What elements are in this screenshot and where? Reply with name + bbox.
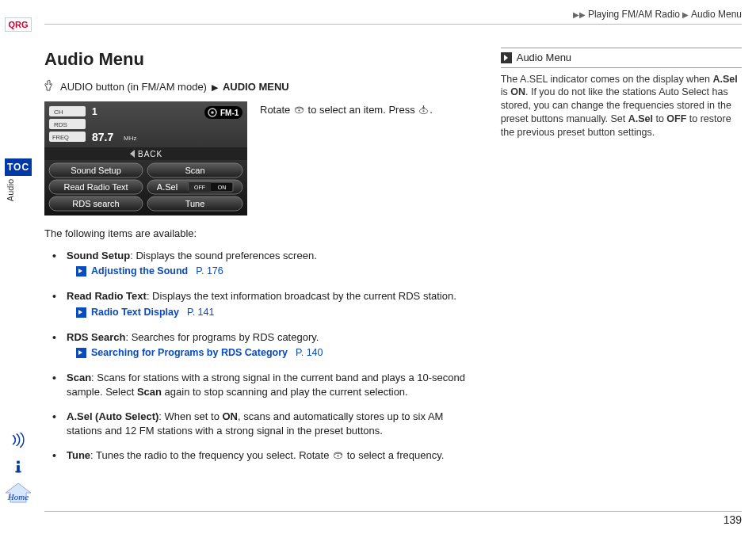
svg-text:A.Sel: A.Sel xyxy=(157,182,178,192)
nav-path-b: AUDIO MENU xyxy=(223,80,289,94)
svg-text:MHz: MHz xyxy=(124,135,136,142)
page-number: 139 xyxy=(724,513,742,528)
xref-icon xyxy=(76,307,86,318)
svg-text:ON: ON xyxy=(218,185,227,190)
list-item: Read Radio Text: Displays the text infor… xyxy=(57,289,479,318)
nav-path-a: AUDIO button (in FM/AM mode) xyxy=(60,80,207,94)
svg-point-37 xyxy=(298,110,300,112)
svg-text:Read Radio Text: Read Radio Text xyxy=(63,182,128,192)
intro-text: The following items are available: xyxy=(44,227,479,241)
svg-point-15 xyxy=(211,111,214,114)
svg-text:Sound Setup: Sound Setup xyxy=(71,166,121,175)
footer-rule xyxy=(44,511,742,512)
svg-text:BACK: BACK xyxy=(138,150,162,158)
side-column: Audio Menu The A.SEL indicator comes on … xyxy=(501,48,742,486)
svg-point-44 xyxy=(337,456,338,457)
rotate-dial-icon xyxy=(293,105,305,119)
push-dial-icon xyxy=(418,105,430,119)
svg-text:OFF: OFF xyxy=(194,185,205,190)
figure-caption: Rotate to select an item. Press . xyxy=(260,101,479,216)
list-item: Scan: Scans for stations with a strong s… xyxy=(57,371,479,399)
section-label: Audio xyxy=(5,179,32,201)
breadcrumb-b: Audio Menu xyxy=(691,9,742,20)
xref-link[interactable]: Adjusting the SoundP. 176 xyxy=(76,265,479,278)
sidebar-body: The A.SEL indicator comes on the display… xyxy=(501,73,742,139)
main-column: Audio Menu AUDIO button (in FM/AM mode) … xyxy=(44,48,479,486)
breadcrumb: ▶▶ Playing FM/AM Radio ▶ Audio Menu xyxy=(44,8,742,25)
triangle-icon: ▶▶ xyxy=(573,10,586,19)
svg-text:FREQ: FREQ xyxy=(52,134,69,141)
svg-text:87.7: 87.7 xyxy=(92,131,113,143)
settings-icon[interactable] xyxy=(5,431,32,452)
xref-link[interactable]: Searching for Programs by RDS CategoryP.… xyxy=(76,346,479,360)
svg-text:RDS: RDS xyxy=(54,121,67,128)
list-item: RDS Search: Searches for programs by RDS… xyxy=(57,330,479,360)
xref-icon xyxy=(76,266,86,277)
home-button[interactable]: Home xyxy=(2,482,35,505)
sidebar-heading: Audio Menu xyxy=(501,48,742,68)
display-screenshot: CH 1 RDS FREQ 87.7 MHz FM-1 xyxy=(44,101,247,216)
svg-text:1: 1 xyxy=(92,106,97,117)
item-list: Sound Setup: Displays the sound preferen… xyxy=(44,249,479,464)
rotate-dial-icon xyxy=(332,450,344,464)
nav-path: AUDIO button (in FM/AM mode) ▶ AUDIO MEN… xyxy=(44,79,479,96)
svg-text:Scan: Scan xyxy=(185,166,204,175)
list-item: A.Sel (Auto Select): When set to ON, sca… xyxy=(57,410,479,437)
xref-icon xyxy=(76,348,86,358)
page-title: Audio Menu xyxy=(44,48,479,71)
breadcrumb-a: Playing FM/AM Radio xyxy=(588,9,680,20)
triangle-icon: ▶ xyxy=(212,82,218,93)
list-item: Tune: Tunes the radio to the frequency y… xyxy=(57,448,479,464)
hand-pointer-icon xyxy=(44,79,55,96)
qrg-badge[interactable]: QRG xyxy=(5,17,32,32)
left-rail: QRG TOC Audio Home xyxy=(0,0,36,534)
svg-text:CH: CH xyxy=(54,109,63,116)
svg-text:FM-1: FM-1 xyxy=(220,109,239,117)
svg-point-40 xyxy=(423,110,425,112)
svg-text:Tune: Tune xyxy=(185,199,205,208)
triangle-icon: ▶ xyxy=(682,10,689,19)
toc-button[interactable]: TOC xyxy=(5,158,32,176)
home-label: Home xyxy=(2,491,35,503)
list-item: Sound Setup: Displays the sound preferen… xyxy=(57,249,479,278)
xref-link[interactable]: Radio Text DisplayP. 141 xyxy=(76,306,479,319)
svg-rect-0 xyxy=(17,461,20,464)
info-icon[interactable] xyxy=(5,456,32,477)
svg-rect-2 xyxy=(15,471,21,473)
svg-text:RDS search: RDS search xyxy=(72,199,119,208)
note-icon xyxy=(501,52,512,63)
